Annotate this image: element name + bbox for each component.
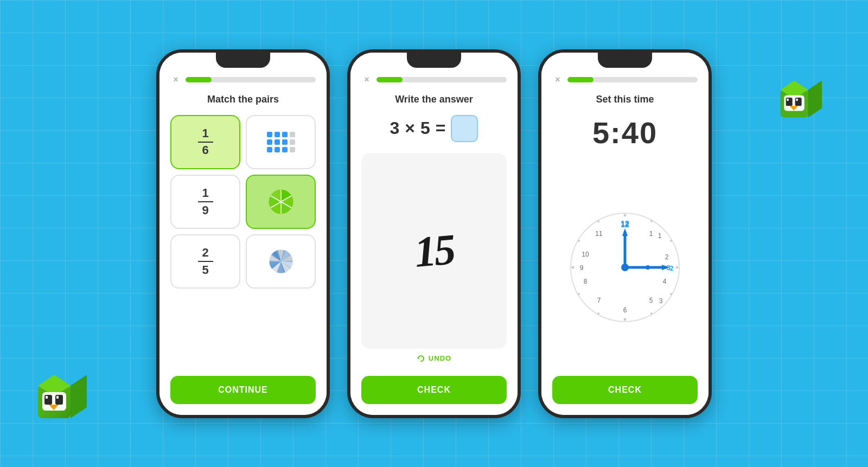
- svg-marker-55: [808, 81, 822, 118]
- svg-text:2: 2: [665, 253, 669, 261]
- mascot-left: [33, 369, 87, 424]
- svg-point-10: [650, 220, 653, 222]
- fraction-1-9: 1 9: [198, 186, 213, 217]
- eq-left: 3: [390, 118, 400, 138]
- pair-card-frac-2-5[interactable]: 2 5: [170, 234, 240, 289]
- eq-operator: ×: [405, 118, 415, 138]
- phone-1: × Match the pairs 1 6: [156, 49, 330, 418]
- svg-text:4: 4: [663, 278, 667, 285]
- dot-empty: [290, 132, 295, 137]
- mascot-cube-right-svg: [776, 76, 822, 122]
- progress-fill-2: [376, 77, 403, 82]
- dot: [275, 147, 280, 152]
- pair-card-dotgrid[interactable]: [246, 115, 316, 169]
- mascot-right: [776, 76, 822, 122]
- svg-point-11: [670, 240, 672, 242]
- svg-text:9: 9: [580, 264, 584, 272]
- eq-equals: =: [436, 118, 446, 138]
- dot: [275, 132, 280, 137]
- time-display: 5:40: [592, 115, 658, 150]
- progress-bar-2: [376, 77, 507, 82]
- progress-fill-1: [186, 77, 212, 82]
- dot: [267, 139, 272, 145]
- drawing-area[interactable]: 15: [361, 153, 507, 349]
- dot-empty: [290, 139, 295, 145]
- svg-point-18: [572, 266, 575, 268]
- progress-fill-3: [567, 77, 593, 82]
- svg-point-19: [578, 240, 580, 242]
- dot: [275, 139, 280, 145]
- svg-point-42: [646, 265, 650, 270]
- close-button-1[interactable]: ×: [170, 74, 181, 85]
- dot: [267, 147, 272, 152]
- dot-empty: [290, 147, 295, 152]
- dot: [282, 147, 288, 152]
- undo-label: UNDO: [429, 354, 451, 362]
- svg-point-12: [676, 266, 679, 268]
- answer-box[interactable]: [451, 115, 478, 142]
- pair-card-pie[interactable]: [246, 175, 316, 229]
- pair-card-frac-1-6[interactable]: 1 6: [170, 115, 240, 169]
- fraction-2-5: 2 5: [198, 246, 213, 277]
- svg-text:10: 10: [582, 251, 589, 258]
- question-title-3: Set this time: [596, 94, 654, 105]
- phone-3: × Set this time 5:40: [538, 49, 712, 418]
- svg-text:3: 3: [659, 297, 663, 305]
- close-button-3[interactable]: ×: [552, 74, 563, 85]
- clock-container[interactable]: 12 1 2 3 12 1 2 3 4 5 6 7 8 9 10: [565, 159, 685, 376]
- svg-point-9: [624, 214, 627, 216]
- svg-text:1: 1: [649, 230, 653, 238]
- svg-point-20: [597, 220, 599, 222]
- svg-point-15: [624, 318, 627, 321]
- phone-2: × Write the answer 3 × 5 = 15: [347, 49, 521, 418]
- phone-2-header: ×: [361, 74, 507, 85]
- svg-point-14: [650, 312, 653, 315]
- svg-rect-51: [56, 396, 59, 399]
- dot-grid-icon: [267, 132, 295, 152]
- svg-text:8: 8: [584, 278, 588, 285]
- check-button-2[interactable]: CHECK: [361, 376, 507, 404]
- svg-rect-59: [787, 99, 788, 101]
- clock-svg: 12 1 2 3 12 1 2 3 4 5 6 7 8 9 10: [565, 208, 685, 327]
- question-title-1: Match the pairs: [207, 94, 279, 105]
- continue-button[interactable]: CONTINUE: [170, 376, 316, 404]
- progress-bar-1: [186, 77, 316, 82]
- svg-point-13: [670, 293, 672, 295]
- fan-icon: [266, 246, 296, 277]
- pair-card-fan[interactable]: [246, 234, 316, 289]
- phone-1-header: ×: [170, 74, 316, 85]
- check-button-3[interactable]: CHECK: [552, 376, 698, 404]
- fraction-1-6: 1 6: [198, 127, 213, 156]
- progress-bar-3: [567, 77, 698, 82]
- handwritten-answer: 15: [412, 225, 456, 277]
- svg-rect-50: [46, 396, 48, 399]
- undo-icon: [417, 354, 425, 363]
- svg-point-39: [621, 264, 629, 271]
- svg-point-17: [578, 293, 580, 295]
- svg-rect-60: [796, 99, 797, 101]
- svg-text:11: 11: [595, 230, 603, 238]
- equation-row: 3 × 5 =: [390, 115, 478, 142]
- svg-text:7: 7: [597, 297, 601, 304]
- svg-text:2: 2: [670, 265, 674, 272]
- mascot-cube-left-svg: [33, 369, 87, 424]
- pair-card-frac-1-9[interactable]: 1 9: [170, 175, 240, 229]
- dot: [282, 132, 288, 137]
- phones-container: × Match the pairs 1 6: [156, 49, 712, 418]
- question-title-2: Write the answer: [395, 94, 473, 105]
- eq-right: 5: [420, 118, 430, 138]
- svg-text:6: 6: [623, 306, 627, 314]
- phone-3-header: ×: [552, 74, 698, 85]
- undo-button[interactable]: UNDO: [417, 354, 451, 363]
- svg-marker-46: [71, 375, 87, 418]
- svg-text:1: 1: [658, 232, 662, 240]
- dot: [267, 132, 272, 137]
- pairs-grid: 1 6: [170, 115, 316, 289]
- svg-text:5: 5: [649, 297, 653, 304]
- close-button-2[interactable]: ×: [361, 74, 372, 85]
- dot: [282, 139, 288, 145]
- pie-icon: [266, 187, 296, 217]
- svg-point-16: [597, 312, 599, 315]
- svg-text:12: 12: [621, 220, 629, 229]
